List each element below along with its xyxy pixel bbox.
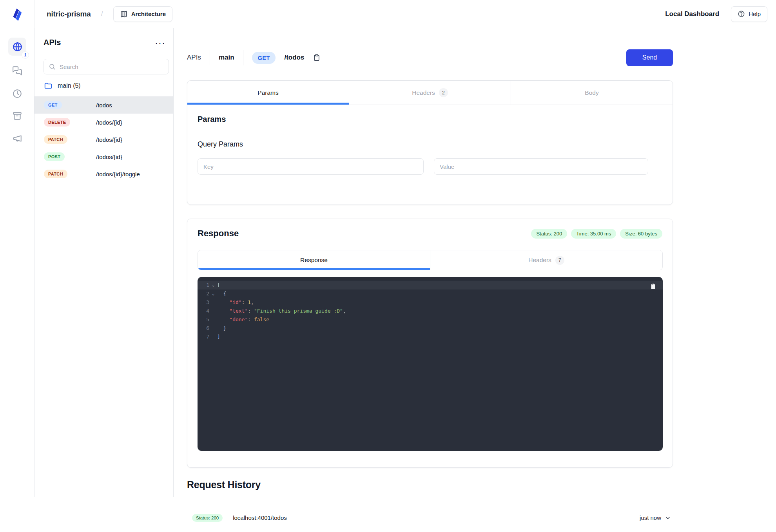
request-history-heading: Request History bbox=[187, 479, 261, 490]
response-heading: Response bbox=[198, 228, 239, 239]
tab-response-headers[interactable]: Headers 7 bbox=[430, 250, 662, 270]
history-time-label: just now bbox=[640, 514, 661, 521]
endpoint-row-post-todo[interactable]: POST /todos/{id} bbox=[34, 148, 173, 165]
clipboard-icon bbox=[650, 282, 656, 290]
response-header: Response Status: 200 Time: 35.00 ms Size… bbox=[198, 228, 662, 239]
method-badge: PATCH bbox=[44, 170, 67, 178]
rail-item-schedules[interactable] bbox=[12, 89, 22, 99]
status-badge: Status: 200 bbox=[531, 229, 567, 239]
response-card: Response Status: 200 Time: 35.00 ms Size… bbox=[187, 219, 673, 468]
folder-label: main (5) bbox=[58, 82, 81, 89]
history-status-badge: Status: 200 bbox=[192, 514, 223, 522]
search-input[interactable] bbox=[60, 63, 164, 70]
method-badge: DELETE bbox=[44, 118, 70, 127]
history-entry-row[interactable]: Status: 200 localhost:4001/todos just no… bbox=[192, 508, 671, 528]
endpoint-row-patch-todo[interactable]: PATCH /todos/{id} bbox=[34, 131, 173, 148]
history-url: localhost:4001/todos bbox=[233, 514, 287, 521]
params-heading: Params bbox=[198, 115, 226, 124]
endpoint-path: /todos/{id} bbox=[96, 136, 122, 143]
apis-count-badge: 1 bbox=[22, 52, 29, 58]
query-value-input[interactable] bbox=[434, 158, 648, 175]
response-code-lines: 1⌄[2⌄ {3 "id": 1,4 "text": "Finish this … bbox=[198, 281, 663, 341]
api-folder[interactable]: main (5) bbox=[44, 81, 81, 90]
tab-body[interactable]: Body bbox=[511, 81, 673, 105]
apis-panel-title: APIs bbox=[44, 38, 61, 47]
headers-count-badge: 2 bbox=[439, 88, 448, 97]
icon-rail: 1 bbox=[0, 28, 34, 497]
chat-bubbles-icon bbox=[12, 66, 22, 76]
globe-icon bbox=[12, 42, 23, 52]
query-params-form bbox=[198, 158, 648, 175]
size-badge: Size: 60 bytes bbox=[620, 229, 662, 239]
endpoint-row-delete-todo[interactable]: DELETE /todos/{id} bbox=[34, 114, 173, 131]
code-line: 6 } bbox=[198, 324, 663, 333]
top-header: nitric-prisma / Architecture Local Dashb… bbox=[0, 0, 776, 28]
tab-params[interactable]: Params bbox=[187, 81, 349, 105]
breadcrumb-root: APIs bbox=[187, 54, 201, 62]
code-line: 2⌄ { bbox=[198, 290, 663, 298]
architecture-button[interactable]: Architecture bbox=[113, 6, 172, 22]
endpoint-list: GET /todos DELETE /todos/{id} PATCH /tod… bbox=[34, 96, 173, 183]
tab-response-label: Response bbox=[300, 257, 328, 264]
code-line: 7] bbox=[198, 333, 663, 341]
method-badge: PATCH bbox=[44, 135, 67, 144]
architecture-label: Architecture bbox=[131, 11, 166, 17]
response-body-viewer[interactable]: 1⌄[2⌄ {3 "id": 1,4 "text": "Finish this … bbox=[198, 277, 663, 451]
main-content: APIs main GET /todos Send Params Heade bbox=[174, 28, 776, 532]
code-line: 3 "id": 1, bbox=[198, 298, 663, 307]
archive-box-icon bbox=[12, 111, 22, 121]
header-left: nitric-prisma / Architecture bbox=[34, 6, 172, 22]
tab-body-label: Body bbox=[585, 89, 598, 96]
header-right: Local Dashboard Help bbox=[665, 6, 776, 22]
breadcrumb-divider bbox=[243, 50, 243, 65]
request-card: Params Headers 2 Body Params Query Param… bbox=[187, 80, 673, 205]
response-meta-badges: Status: 200 Time: 35.00 ms Size: 60 byte… bbox=[531, 229, 662, 239]
query-key-input[interactable] bbox=[198, 158, 424, 175]
endpoint-path: /todos/{id} bbox=[96, 119, 122, 126]
apis-sidebar: APIs ··· main (5) GET /todos bbox=[34, 28, 174, 497]
method-badge: POST bbox=[44, 152, 65, 161]
rail-item-storage[interactable] bbox=[12, 111, 22, 121]
local-dashboard-page: nitric-prisma / Architecture Local Dashb… bbox=[0, 0, 776, 532]
request-breadcrumb: APIs main GET /todos Send bbox=[187, 49, 673, 66]
endpoint-row-patch-todo-toggle[interactable]: PATCH /todos/{id}/toggle bbox=[34, 165, 173, 183]
copy-response-button[interactable] bbox=[650, 282, 656, 290]
endpoint-path: /todos/{id}/toggle bbox=[96, 171, 140, 177]
breadcrumb-path: /todos bbox=[284, 54, 304, 62]
search-box bbox=[44, 59, 169, 74]
breadcrumb-method-badge: GET bbox=[252, 52, 276, 64]
map-icon bbox=[120, 10, 128, 18]
dashboard-title: Local Dashboard bbox=[665, 10, 719, 18]
code-line: 1⌄[ bbox=[198, 281, 663, 290]
endpoint-path: /todos bbox=[96, 102, 112, 109]
logo-container[interactable] bbox=[0, 0, 34, 28]
nitric-logo-icon bbox=[11, 7, 24, 21]
project-name: nitric-prisma bbox=[47, 10, 91, 18]
copy-path-button[interactable] bbox=[313, 54, 321, 62]
tab-response[interactable]: Response bbox=[198, 250, 430, 270]
clipboard-icon bbox=[313, 54, 321, 62]
help-button[interactable]: Help bbox=[731, 6, 767, 22]
history-time: just now bbox=[640, 514, 671, 521]
megaphone-icon bbox=[12, 133, 22, 143]
breadcrumb-separator: / bbox=[101, 10, 103, 18]
time-badge: Time: 35.00 ms bbox=[571, 229, 616, 239]
rail-item-apis[interactable]: 1 bbox=[8, 38, 26, 56]
apis-menu-button[interactable]: ··· bbox=[155, 41, 165, 45]
endpoint-path: /todos/{id} bbox=[96, 154, 122, 160]
tab-headers-label: Headers bbox=[412, 89, 435, 96]
tab-params-label: Params bbox=[257, 89, 278, 96]
method-badge: GET bbox=[44, 101, 62, 109]
send-button[interactable]: Send bbox=[626, 49, 673, 66]
endpoint-row-get-todos[interactable]: GET /todos bbox=[34, 96, 173, 114]
tab-headers[interactable]: Headers 2 bbox=[349, 81, 511, 105]
rail-item-websockets[interactable] bbox=[12, 66, 22, 76]
query-params-heading: Query Params bbox=[198, 140, 243, 148]
help-label: Help bbox=[749, 11, 761, 17]
chevron-down-icon[interactable] bbox=[664, 514, 671, 521]
search-icon bbox=[49, 63, 56, 70]
response-headers-count-badge: 7 bbox=[555, 256, 564, 265]
tab-response-headers-label: Headers bbox=[528, 257, 551, 264]
rail-item-topics[interactable] bbox=[12, 133, 22, 143]
response-tabs: Response Headers 7 bbox=[198, 250, 663, 270]
